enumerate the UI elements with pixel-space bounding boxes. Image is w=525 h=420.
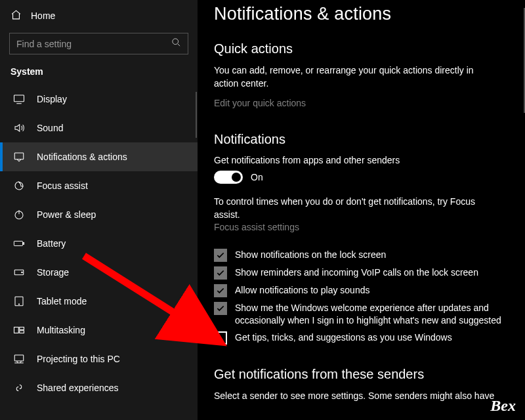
home-label: Home <box>31 10 55 21</box>
checkbox-welcome[interactable] <box>214 302 227 315</box>
sidebar-item-battery[interactable]: Battery <box>0 229 198 258</box>
check-row-sounds: Allow notifications to play sounds <box>214 284 503 297</box>
check-label: Allow notifications to play sounds <box>235 284 369 297</box>
check-label: Show reminders and incoming VoIP calls o… <box>235 266 478 279</box>
sidebar-item-storage[interactable]: Storage <box>0 258 198 287</box>
sidebar-item-label: Shared experiences <box>37 383 119 393</box>
sidebar-item-label: Storage <box>37 267 69 278</box>
main-panel: Notifications & actions Quick actions Yo… <box>198 0 525 420</box>
sidebar-item-label: Display <box>37 94 67 104</box>
storage-icon <box>13 266 25 278</box>
master-toggle-label: Get notifications from apps and other se… <box>214 155 509 171</box>
svg-rect-11 <box>20 327 24 330</box>
sidebar-item-notifications[interactable]: Notifications & actions <box>0 142 198 171</box>
check-row-welcome: Show me the Windows welcome experience a… <box>214 302 503 327</box>
svg-point-0 <box>173 39 178 45</box>
svg-rect-13 <box>14 355 24 361</box>
check-row-tips: Get tips, tricks, and suggestions as you… <box>214 331 503 345</box>
check-label: Get tips, tricks, and suggestions as you… <box>235 331 452 344</box>
svg-rect-4 <box>14 242 22 246</box>
sidebar-item-label: Sound <box>37 123 63 133</box>
master-toggle-state: On <box>251 172 263 182</box>
quick-actions-desc: You can add, remove, or rearrange your q… <box>214 64 496 98</box>
sidebar-group-header: System <box>0 64 198 85</box>
sidebar-item-label: Notifications & actions <box>37 152 127 162</box>
sidebar-item-display[interactable]: Display <box>0 85 198 114</box>
search-box[interactable] <box>9 33 188 54</box>
projecting-icon <box>13 353 25 365</box>
check-row-voip: Show reminders and incoming VoIP calls o… <box>214 266 503 280</box>
home-nav-item[interactable]: Home <box>0 4 198 29</box>
notifications-heading: Notifications <box>214 125 509 155</box>
svg-point-9 <box>18 304 19 304</box>
notifications-icon <box>13 151 25 163</box>
search-container <box>0 29 198 64</box>
sidebar-item-power-sleep[interactable]: Power & sleep <box>0 200 198 229</box>
sidebar-item-sound[interactable]: Sound <box>0 114 198 142</box>
multitasking-icon <box>13 324 25 336</box>
senders-heading: Get notifications from these senders <box>214 345 509 390</box>
checkbox-lock-screen[interactable] <box>214 249 227 262</box>
svg-rect-10 <box>14 327 19 333</box>
sidebar-item-label: Power & sleep <box>37 209 96 220</box>
power-icon <box>13 209 25 220</box>
quick-actions-heading: Quick actions <box>214 35 509 64</box>
senders-desc: Select a sender to see more settings. So… <box>214 390 496 403</box>
sidebar-item-multitasking[interactable]: Multitasking <box>0 316 198 345</box>
sidebar-item-label: Projecting to this PC <box>37 354 120 364</box>
check-row-lock-screen: Show notifications on the lock screen <box>214 249 503 262</box>
svg-rect-5 <box>23 243 24 245</box>
settings-sidebar: Home System Display Sound Notifications … <box>0 0 198 420</box>
edit-quick-actions-link[interactable]: Edit your quick actions <box>214 98 509 125</box>
shared-icon <box>13 382 25 394</box>
sidebar-item-shared-experiences[interactable]: Shared experiences <box>0 373 198 402</box>
svg-rect-12 <box>20 331 24 333</box>
tablet-icon <box>13 295 25 307</box>
svg-rect-2 <box>14 153 24 159</box>
search-input[interactable] <box>16 39 171 49</box>
search-icon <box>171 37 181 50</box>
notification-options: Show notifications on the lock screen Sh… <box>214 234 503 345</box>
sound-icon <box>13 122 25 134</box>
check-label: Show notifications on the lock screen <box>235 249 386 261</box>
display-icon <box>13 93 25 105</box>
sidebar-item-tablet-mode[interactable]: Tablet mode <box>0 287 198 316</box>
focus-assist-settings-link[interactable]: Focus assist settings <box>214 222 299 232</box>
sidebar-item-label: Multitasking <box>37 325 85 335</box>
checkbox-voip[interactable] <box>214 266 227 280</box>
battery-icon <box>13 238 25 249</box>
sidebar-scrollbar[interactable] <box>196 92 197 138</box>
focus-icon <box>13 180 25 192</box>
sidebar-item-focus-assist[interactable]: Focus assist <box>0 171 198 200</box>
home-icon <box>10 9 22 22</box>
svg-point-7 <box>22 272 23 273</box>
svg-rect-1 <box>14 95 24 102</box>
sidebar-item-label: Battery <box>37 238 66 249</box>
sidebar-item-projecting[interactable]: Projecting to this PC <box>0 345 198 373</box>
check-label: Show me the Windows welcome experience a… <box>235 302 503 327</box>
sidebar-nav: Display Sound Notifications & actions Fo… <box>0 85 198 402</box>
focus-assist-hint: To control times when you do or don't ge… <box>214 196 503 234</box>
checkbox-tips[interactable] <box>214 331 227 345</box>
master-toggle[interactable] <box>214 171 243 184</box>
sidebar-item-label: Tablet mode <box>37 296 87 306</box>
checkbox-sounds[interactable] <box>214 284 227 297</box>
sidebar-item-label: Focus assist <box>37 180 88 191</box>
page-title: Notifications & actions <box>214 0 509 35</box>
